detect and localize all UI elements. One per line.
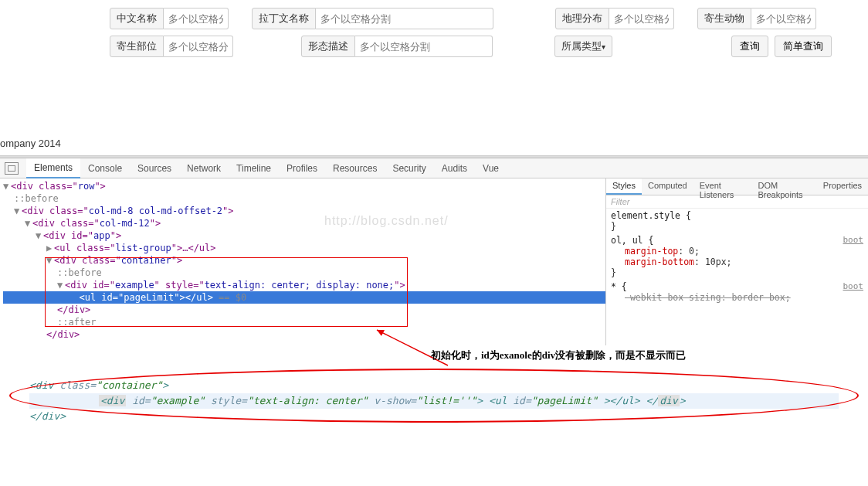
tab-elements[interactable]: Elements [26,158,80,178]
chevron-down-icon: ▾ [602,42,605,51]
field-site: 寄生部位 [110,36,233,57]
styles-tabs: Styles Computed Event Listeners DOM Brea… [606,178,868,195]
field-host: 寄生动物 [697,8,816,29]
css-selector: element.style { [611,210,863,221]
form-row-2: 寄生部位 形态描述 所属类型 ▾ 查询 简单查询 [110,32,868,60]
css-selector: * { [611,281,627,292]
annotation-text: 初始化时，id为exanole的div没有被删除，而是不显示而已 [431,348,686,362]
field-geo: 地理分布 [555,8,674,29]
dom-pseudo: ::before [3,192,605,205]
dom-close: </div> [3,304,605,316]
tab-vue[interactable]: Vue [475,159,507,178]
styles-tab-styles[interactable]: Styles [606,178,642,195]
devtools-toolbar: Elements Console Sources Network Timelin… [0,158,868,178]
dom-node[interactable]: ▼<div class="col-md-8 col-md-offset-2"> [3,205,605,217]
input-morph[interactable] [355,36,493,57]
styles-tab-computed[interactable]: Computed [642,178,693,195]
dom-close: </div> [3,328,605,341]
input-geo[interactable] [609,8,674,29]
select-type[interactable]: 所属类型 ▾ [554,36,612,57]
css-brace: } [611,267,863,278]
styles-tab-listeners[interactable]: Event Listeners [693,178,752,195]
field-morph: 形态描述 [301,36,493,57]
css-source-link[interactable]: boot [843,235,864,245]
tab-audits[interactable]: Audits [434,159,475,178]
devtools-panel: Elements Console Sources Network Timelin… [0,158,868,345]
dom-tree-panel[interactable]: http://blog.csdn.net/ ▼<div class="row">… [0,178,605,345]
styles-tab-dombp[interactable]: DOM Breakpoints [751,178,816,195]
tab-timeline[interactable]: Timeline [229,159,279,178]
input-host[interactable] [751,8,816,29]
code-line-highlight: <div id="example" style="text-align: cen… [29,393,839,409]
field-type: 所属类型 ▾ [554,36,612,57]
css-rules[interactable]: element.style { } ol, ul {boot margin-to… [606,209,868,308]
label-geo: 地理分布 [555,8,609,29]
dom-pseudo: ::after [3,316,605,328]
tab-security[interactable]: Security [385,159,433,178]
styles-tab-props[interactable]: Properties [817,178,868,195]
dom-node[interactable]: ▼<div class="col-md-12"> [3,217,605,229]
input-site[interactable] [164,36,233,57]
dom-node-selected[interactable]: <ul id="pageLimit"></ul> == $0 [3,291,605,304]
tab-resources[interactable]: Resources [325,159,385,178]
dom-node[interactable]: ▼<div class="row"> [3,180,605,192]
tab-profiles[interactable]: Profiles [279,159,325,178]
dom-node[interactable]: ▼<div class="container"> [3,254,605,267]
search-button[interactable]: 查询 [731,36,768,57]
dom-pseudo: ::before [3,267,605,279]
dom-node[interactable]: ▼<div id="app"> [3,229,605,242]
field-latin-name: 拉丁文名称 [252,8,493,29]
tab-network[interactable]: Network [179,159,229,178]
label-site: 寄生部位 [110,36,164,57]
code-line: </div> [29,409,839,424]
inspect-icon[interactable] [5,162,19,175]
css-brace: } [611,221,863,232]
label-cn-name: 中文名称 [110,8,164,29]
input-latin-name[interactable] [316,8,493,29]
label-host: 寄生动物 [697,8,751,29]
code-line: <div class="container"> [29,378,839,393]
tab-console[interactable]: Console [80,159,130,178]
field-cn-name: 中文名称 [110,8,229,29]
annotation: 初始化时，id为exanole的div没有被删除，而是不显示而已 <div cl… [0,345,868,438]
css-selector: ol, ul { [611,235,653,246]
input-cn-name[interactable] [164,8,229,29]
simple-search-button[interactable]: 简单查询 [775,36,832,57]
label-morph: 形态描述 [301,36,355,57]
css-source-link[interactable]: boot [843,281,864,291]
search-form: 中文名称 拉丁文名称 地理分布 寄生动物 寄生部位 形态描述 所属类型 ▾ [0,0,868,60]
styles-panel: Styles Computed Event Listeners DOM Brea… [605,178,868,345]
dom-node[interactable]: ▼<div id="example" style="text-align: ce… [3,279,605,291]
styles-filter[interactable]: Filter [606,195,868,209]
dom-node[interactable]: ▶<ul class="list-group">…</ul> [3,242,605,254]
tab-sources[interactable]: Sources [130,159,179,178]
form-row-1: 中文名称 拉丁文名称 地理分布 寄生动物 [110,5,868,32]
code-snippet: <div class="container"> <div id="example… [6,375,862,427]
label-latin-name: 拉丁文名称 [252,8,316,29]
footer-text: ompany 2014 [0,138,868,155]
